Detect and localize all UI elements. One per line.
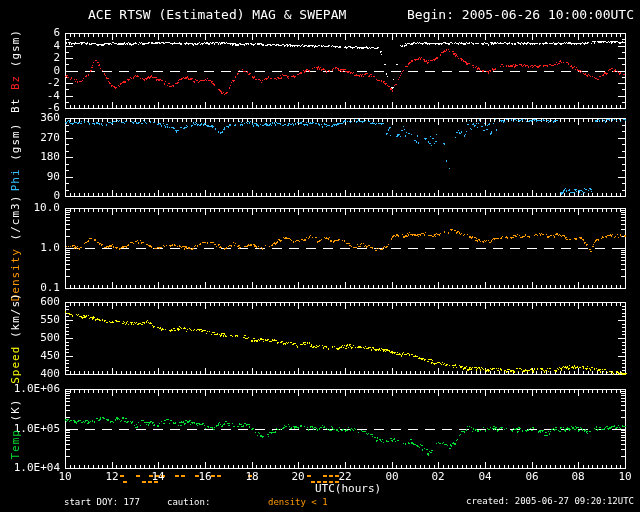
- plot-title: ACE RTSW (Estimated) MAG & SWEPAM: [88, 8, 346, 21]
- y-tick-label: 1.0E+06: [10, 383, 60, 394]
- x-tick-label: 02: [425, 471, 451, 482]
- x-axis-label: UTC(hours): [315, 483, 381, 494]
- y-axis-label-part: Speed: [9, 338, 22, 384]
- y-axis-label-part: Bz: [9, 67, 22, 90]
- y-axis-label-part: Bt: [9, 90, 22, 113]
- x-tick-label: 14: [145, 471, 171, 482]
- x-tick-label: 20: [285, 471, 311, 482]
- y-axis-label-part: (gsm): [9, 123, 22, 161]
- y-axis-label-speed: Speed (km/s): [9, 292, 22, 384]
- x-tick-label: 22: [332, 471, 358, 482]
- y-axis-label-part: Temp: [9, 421, 22, 459]
- y-axis-label-temp: Temp (K): [9, 398, 22, 459]
- footer-start-doy: start DOY: 177: [64, 498, 140, 507]
- plot-canvas: [0, 0, 640, 512]
- footer-caution-label: caution:: [167, 498, 210, 507]
- y-axis-label-part: (/cm3): [9, 195, 22, 241]
- y-axis-label-part: Phi: [9, 161, 22, 192]
- footer-caution-value: density < 1: [268, 498, 328, 507]
- y-axis-label-bt_bz: Bt Bz (gsm): [9, 29, 22, 113]
- x-tick-label: 00: [379, 471, 405, 482]
- footer-created-timestamp: created: 2005-06-27 09:20:12UTC: [466, 497, 634, 506]
- x-tick-label: 10: [52, 471, 78, 482]
- x-tick-label: 06: [519, 471, 545, 482]
- y-tick-label: 360: [10, 112, 60, 123]
- begin-timestamp: Begin: 2005-06-26 10:00:00UTC: [407, 8, 634, 21]
- x-tick-label: 18: [239, 471, 265, 482]
- x-tick-label: 12: [99, 471, 125, 482]
- y-axis-label-phi: Phi (gsm): [9, 123, 22, 192]
- y-axis-label-part: (gsm): [9, 29, 22, 67]
- x-tick-label: 08: [565, 471, 591, 482]
- y-axis-label-part: (km/s): [9, 292, 22, 338]
- y-axis-label-part: (K): [9, 398, 22, 421]
- x-tick-label: 10: [612, 471, 638, 482]
- ace-rtsw-plot: ACE RTSW (Estimated) MAG & SWEPAM Begin:…: [0, 0, 640, 512]
- x-tick-label: 16: [192, 471, 218, 482]
- y-axis-label-density: Density (/cm3): [9, 195, 22, 302]
- x-tick-label: 04: [472, 471, 498, 482]
